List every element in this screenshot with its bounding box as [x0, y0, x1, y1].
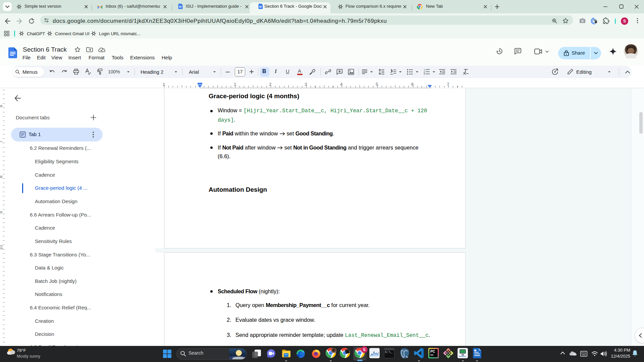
svg-text:3: 3 [424, 73, 425, 75]
